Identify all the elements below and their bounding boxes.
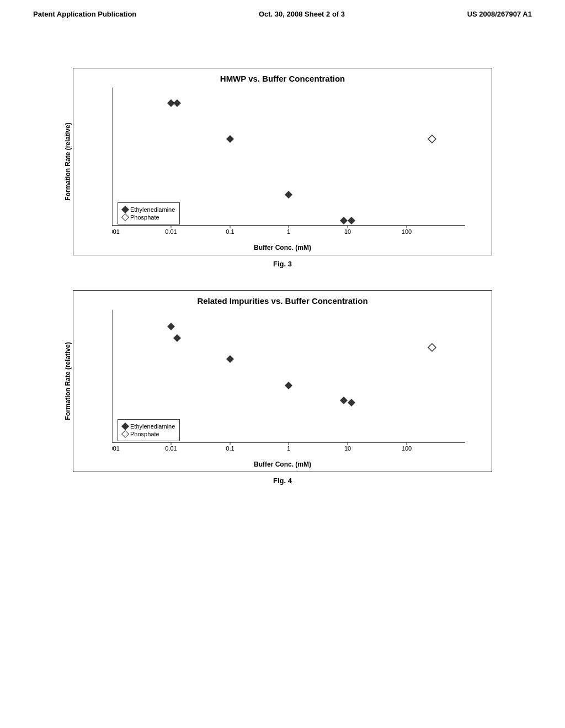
chart1-eth-point4 [285, 191, 292, 199]
chart1-phos-icon [121, 213, 129, 221]
svg-text:10: 10 [344, 445, 351, 451]
chart2-section: Formation Rate (relative) Related Impuri… [56, 290, 509, 496]
chart2-legend-eth: Ethylenediamine [122, 423, 175, 430]
header-center: Oct. 30, 2008 Sheet 2 of 3 [259, 10, 345, 18]
chart1-eth-label: Ethylenediamine [130, 206, 175, 213]
chart1-eth-point3 [226, 135, 234, 143]
svg-text:1: 1 [287, 228, 290, 234]
chart1-eth-icon [121, 206, 129, 213]
chart2-title: Related Impurities vs. Buffer Concentrat… [73, 296, 492, 306]
svg-text:100: 100 [402, 445, 412, 451]
chart2-y-axis-label: Formation Rate (relative) [64, 342, 72, 420]
page-header: Patent Application Publication Oct. 30, … [0, 0, 565, 24]
chart2-eth-icon [121, 422, 129, 430]
chart1-legend-eth: Ethylenediamine [122, 206, 175, 213]
header-left: Patent Application Publication [33, 10, 136, 18]
chart2-fig-label: Fig. 4 [273, 477, 292, 485]
chart2-phos-point1 [428, 344, 436, 351]
chart2-eth-point6 [348, 399, 355, 406]
svg-text:1: 1 [287, 445, 290, 451]
chart2-eth-label: Ethylenediamine [130, 423, 175, 430]
chart2-phos-icon [121, 430, 129, 438]
chart1-legend-phos: Phosphate [122, 214, 175, 221]
svg-text:0.01: 0.01 [165, 228, 177, 234]
chart1-section: Formation Rate (relative) HMWP vs. Buffe… [56, 68, 509, 279]
chart1-phos-label: Phosphate [130, 214, 159, 221]
chart1-legend: Ethylenediamine Phosphate [118, 202, 180, 224]
chart2-legend-phos: Phosphate [122, 431, 175, 437]
svg-text:100: 100 [402, 228, 412, 234]
svg-text:0.001: 0.001 [112, 228, 120, 234]
chart1-eth-point6 [348, 217, 355, 224]
chart2-eth-point2 [173, 334, 181, 342]
chart1-fig-label: Fig. 3 [273, 260, 292, 268]
chart2-eth-point5 [340, 397, 348, 404]
chart2-x-axis-label: Buffer Conc. (mM) [73, 461, 492, 468]
chart2-phos-label: Phosphate [130, 431, 159, 437]
header-right: US 2008/267907 A1 [467, 10, 532, 18]
chart2-eth-point4 [285, 382, 292, 389]
chart1-phos-point1 [428, 135, 436, 143]
svg-text:0.001: 0.001 [112, 445, 120, 451]
chart1-eth-point5 [340, 217, 348, 224]
svg-text:10: 10 [344, 228, 351, 234]
svg-text:0.01: 0.01 [165, 445, 177, 451]
chart2-eth-point1 [167, 323, 175, 330]
chart1-x-axis-label: Buffer Conc. (mM) [73, 244, 492, 251]
chart2-eth-point3 [226, 355, 234, 363]
chart2-legend: Ethylenediamine Phosphate [118, 419, 180, 441]
chart2-box: Related Impurities vs. Buffer Concentrat… [73, 290, 492, 472]
svg-text:0.1: 0.1 [226, 228, 234, 234]
chart1-eth-point2 [173, 99, 181, 107]
chart1-y-axis-label: Formation Rate (relative) [64, 122, 72, 200]
svg-text:0.1: 0.1 [226, 445, 234, 451]
chart1-box: HMWP vs. Buffer Concentration 0 [73, 68, 492, 255]
chart1-title: HMWP vs. Buffer Concentration [73, 74, 492, 83]
